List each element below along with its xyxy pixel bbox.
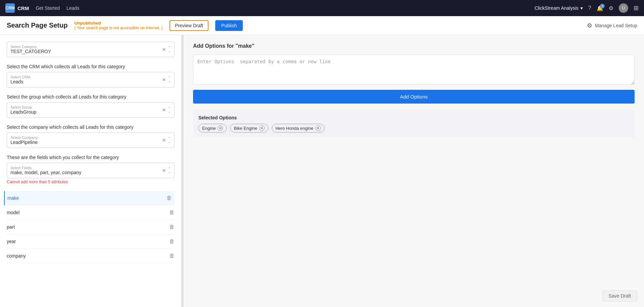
field-list-item[interactable]: year🗑: [7, 234, 175, 249]
crm-desc: Select the CRM which collects all Leads …: [7, 64, 175, 69]
options-textarea[interactable]: [193, 54, 635, 85]
left-panel: Select Category. TEST_CATGEROY ✕ ⌃⌄ Sele…: [0, 35, 182, 307]
right-panel: Add Options for "make" Add Options Selec…: [184, 35, 644, 307]
field-list-item[interactable]: model🗑: [7, 205, 175, 220]
field-list-item[interactable]: make🗑: [4, 191, 175, 205]
category-actions: ✕ ⌃⌄: [162, 46, 171, 53]
company-value: LeadPipeline: [10, 140, 38, 145]
group-section: Select the group which collects all Lead…: [7, 94, 175, 118]
field-name: year: [7, 239, 16, 244]
fields-select-inner: Select Fields make, model, part, year, c…: [10, 166, 81, 175]
help-icon[interactable]: ?: [588, 5, 591, 11]
crm-value: Leads: [10, 79, 31, 84]
option-chip: Hero Honda engine✕: [272, 124, 325, 132]
group-desc: Select the group which collects all Lead…: [7, 94, 175, 100]
brand-label: CRM: [17, 5, 29, 11]
field-name: model: [7, 210, 20, 215]
category-select-inner: Select Category. TEST_CATGEROY: [10, 45, 51, 54]
group-arrows-icon[interactable]: ⌃⌄: [168, 107, 171, 113]
delete-field-icon[interactable]: 🗑: [169, 209, 175, 216]
fields-desc: These are the fields which you collect f…: [7, 155, 175, 160]
delete-field-icon[interactable]: 🗑: [169, 224, 175, 230]
options-title: Add Options for "make": [193, 43, 635, 49]
company-desc: Select the company which collects all Le…: [7, 124, 175, 130]
category-clear-icon[interactable]: ✕: [162, 47, 166, 52]
top-nav: CRM CRM Get Started Leads ClickStream An…: [0, 0, 644, 16]
manage-lead-setup[interactable]: ⚙ Manage Lead Setup: [587, 22, 637, 29]
category-value: TEST_CATGEROY: [10, 49, 51, 54]
unpublished-desc: ( Your search page is not accessible on …: [74, 26, 163, 30]
fields-error: Cannot add more than 5 attributes: [7, 180, 175, 184]
delete-field-icon[interactable]: 🗑: [169, 238, 175, 244]
crm-label: Select CRM.: [10, 75, 31, 79]
fields-clear-icon[interactable]: ✕: [162, 168, 166, 173]
option-chip: Engine✕: [198, 124, 227, 132]
app-name-label: ClickStream Analysis: [534, 5, 578, 11]
company-arrows-icon[interactable]: ⌃⌄: [168, 137, 171, 144]
field-list-item[interactable]: company🗑: [7, 249, 175, 263]
app-name-selector[interactable]: ClickStream Analysis ▾: [534, 5, 583, 11]
delete-field-icon[interactable]: 🗑: [166, 195, 172, 201]
brand-icon: CRM: [5, 3, 15, 13]
company-select[interactable]: Select Company. LeadPipeline ✕ ⌃⌄: [7, 132, 175, 148]
company-label: Select Company.: [10, 136, 38, 140]
nav-right: ClickStream Analysis ▾ ? 🔔 3 ⚙ U ⊞: [534, 3, 639, 13]
save-draft-button[interactable]: Save Draft: [602, 290, 637, 302]
group-actions: ✕ ⌃⌄: [162, 107, 171, 113]
crm-actions: ✕ ⌃⌄: [162, 76, 171, 83]
manage-setup-label: Manage Lead Setup: [595, 23, 637, 28]
unpublished-label: Unpublished: [74, 21, 163, 26]
nav-get-started[interactable]: Get Started: [36, 5, 60, 11]
settings-icon[interactable]: ⚙: [609, 5, 613, 11]
group-value: LeadsGroup: [10, 109, 36, 115]
fields-arrows-icon[interactable]: ⌃⌄: [168, 167, 171, 174]
category-section: Select Category. TEST_CATGEROY ✕ ⌃⌄: [7, 42, 175, 57]
nav-left: CRM CRM Get Started Leads: [5, 3, 79, 13]
group-label: Select Group.: [10, 105, 36, 109]
field-name: part: [7, 224, 15, 230]
grid-apps-icon[interactable]: ⊞: [634, 4, 639, 12]
company-section: Select the company which collects all Le…: [7, 124, 175, 148]
main-layout: Select Category. TEST_CATGEROY ✕ ⌃⌄ Sele…: [0, 35, 644, 307]
preview-draft-button[interactable]: Preview Draft: [169, 20, 209, 31]
avatar[interactable]: U: [619, 3, 628, 13]
crm-section: Select the CRM which collects all Leads …: [7, 64, 175, 87]
field-list: make🗑model🗑part🗑year🗑company🗑: [7, 191, 175, 263]
selected-options-section: Selected Options Engine✕Bike Engine✕Hero…: [193, 110, 635, 137]
nav-leads[interactable]: Leads: [67, 5, 79, 11]
fields-actions: ✕ ⌃⌄: [162, 167, 171, 174]
group-select-inner: Select Group. LeadsGroup: [10, 105, 36, 115]
company-clear-icon[interactable]: ✕: [162, 138, 166, 143]
chip-remove-icon[interactable]: ✕: [315, 125, 321, 131]
crm-clear-icon[interactable]: ✕: [162, 77, 166, 82]
crm-arrows-icon[interactable]: ⌃⌄: [168, 76, 171, 83]
crm-select-inner: Select CRM. Leads: [10, 75, 31, 84]
add-options-button[interactable]: Add Options: [193, 90, 635, 104]
category-arrows-icon[interactable]: ⌃⌄: [168, 46, 171, 53]
unpublished-block: Unpublished ( Your search page is not ac…: [74, 21, 163, 30]
fields-select[interactable]: Select Fields make, model, part, year, c…: [7, 163, 175, 178]
field-name: make: [7, 195, 19, 201]
field-name: company: [7, 253, 26, 259]
company-actions: ✕ ⌃⌄: [162, 137, 171, 144]
chip-remove-icon[interactable]: ✕: [259, 125, 265, 131]
field-list-item[interactable]: part🗑: [7, 220, 175, 234]
brand[interactable]: CRM CRM: [5, 3, 29, 13]
subheader: Search Page Setup Unpublished ( Your sea…: [0, 16, 644, 35]
delete-field-icon[interactable]: 🗑: [169, 253, 175, 259]
company-select-inner: Select Company. LeadPipeline: [10, 136, 38, 145]
category-select[interactable]: Select Category. TEST_CATGEROY ✕ ⌃⌄: [7, 42, 175, 57]
options-chips: Engine✕Bike Engine✕Hero Honda engine✕: [198, 124, 629, 132]
group-select[interactable]: Select Group. LeadsGroup ✕ ⌃⌄: [7, 102, 175, 118]
option-chip: Bike Engine✕: [230, 124, 268, 132]
chip-label: Engine: [202, 126, 216, 131]
notifications-icon[interactable]: 🔔 3: [597, 5, 603, 11]
subheader-left: Search Page Setup Unpublished ( Your sea…: [7, 20, 243, 31]
chip-remove-icon[interactable]: ✕: [218, 125, 223, 131]
chevron-down-icon: ▾: [580, 5, 583, 11]
publish-button[interactable]: Publish: [215, 20, 243, 31]
page-title: Search Page Setup: [7, 22, 68, 29]
group-clear-icon[interactable]: ✕: [162, 107, 166, 113]
manage-setup-gear-icon: ⚙: [587, 22, 592, 29]
crm-select[interactable]: Select CRM. Leads ✕ ⌃⌄: [7, 72, 175, 87]
